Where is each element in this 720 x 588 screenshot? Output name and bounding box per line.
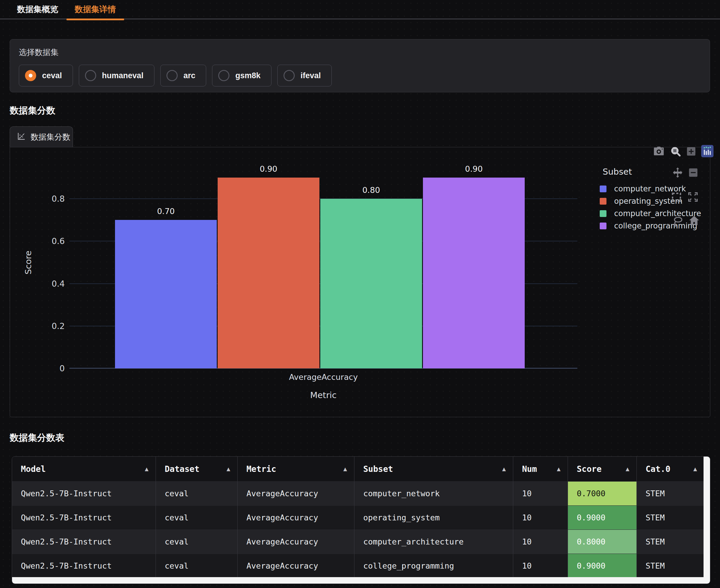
table-cell[interactable]: computer_network — [354, 481, 513, 505]
scatter-plot-icon — [17, 132, 26, 142]
x-axis-tick-label: AverageAccuracy — [69, 373, 577, 382]
sort-ascending-icon[interactable]: ▲ — [557, 465, 561, 472]
table-cell[interactable]: Qwen2.5-7B-Instruct — [12, 553, 156, 578]
table-cell[interactable]: ceval — [156, 505, 238, 529]
chart-area: 00.20.40.60.80.700.900.800.90 Score Aver… — [10, 147, 710, 417]
radio-option-humaneval[interactable]: humaneval — [79, 65, 155, 86]
radio-label: ifeval — [301, 71, 321, 80]
legend-item-college_programming[interactable]: college_programming — [600, 219, 701, 232]
bar-college_programming[interactable] — [423, 177, 525, 369]
table-cell[interactable]: AverageAccuracy — [238, 529, 354, 553]
x-axis-title: Metric — [69, 390, 577, 400]
table-cell[interactable]: ceval — [156, 553, 238, 578]
table-cell[interactable]: Qwen2.5-7B-Instruct — [12, 481, 156, 505]
box-select-icon[interactable] — [671, 191, 682, 204]
table-cell[interactable]: STEM — [637, 529, 704, 553]
plotly-logo-icon[interactable] — [701, 145, 714, 159]
autoscale-icon[interactable] — [687, 191, 699, 204]
camera-icon[interactable] — [653, 146, 665, 159]
score-cell[interactable]: 0.9000 — [568, 505, 637, 529]
table-cell[interactable]: AverageAccuracy — [238, 481, 354, 505]
pan-icon[interactable] — [672, 167, 683, 180]
table-cell[interactable]: college_programming — [354, 553, 513, 578]
score-cell[interactable]: 0.8000 — [568, 529, 637, 553]
zoom-icon[interactable] — [670, 146, 681, 159]
table-cell[interactable]: 10 — [513, 529, 568, 553]
radio-option-arc[interactable]: arc — [160, 65, 206, 86]
sort-ascending-icon[interactable]: ▲ — [343, 465, 347, 472]
table-cell[interactable]: computer_architecture — [354, 529, 513, 553]
table-cell[interactable]: ceval — [156, 481, 238, 505]
column-header-label: Metric — [246, 464, 276, 474]
table-cell[interactable]: 10 — [513, 553, 568, 578]
radio-circle-unselected[interactable] — [218, 70, 229, 81]
bar-value-label: 0.90 — [260, 164, 277, 173]
chart-section-heading: 数据集分数 — [10, 104, 55, 117]
dataset-selector-label: 选择数据集 — [19, 47, 59, 58]
radio-label: ceval — [42, 71, 62, 80]
table-cell[interactable]: Qwen2.5-7B-Instruct — [12, 529, 156, 553]
bar-computer_network[interactable] — [115, 220, 217, 369]
column-header-label: Cat.0 — [645, 464, 670, 474]
legend-item-computer_architecture[interactable]: computer_architecture — [600, 207, 701, 219]
legend-item-computer_network[interactable]: computer_network — [600, 183, 701, 195]
tab-dataset-overview[interactable]: 数据集概览 — [9, 0, 66, 19]
bar-value-label: 0.90 — [465, 164, 482, 173]
column-header-cat-0[interactable]: Cat.0▲ — [637, 457, 704, 481]
table-cell[interactable]: STEM — [637, 553, 704, 578]
dataset-selector-panel: 选择数据集 cevalhumanevalarcgsm8kifeval — [10, 39, 710, 92]
sort-ascending-icon[interactable]: ▲ — [502, 465, 506, 472]
radio-circle-selected[interactable] — [25, 70, 36, 81]
y-tick-label: 0 — [59, 364, 65, 373]
table-cell[interactable]: 10 — [513, 481, 568, 505]
legend-title: Subset — [603, 167, 701, 177]
table-cell[interactable]: AverageAccuracy — [238, 553, 354, 578]
chart-panel-tab[interactable]: 数据集分数 — [10, 126, 73, 147]
dataset-radio-group: cevalhumanevalarcgsm8kifeval — [19, 65, 332, 86]
sort-ascending-icon[interactable]: ▲ — [145, 465, 148, 472]
column-header-label: Num — [522, 464, 537, 474]
score-cell[interactable]: 0.7000 — [568, 481, 637, 505]
table-cell[interactable]: STEM — [637, 505, 704, 529]
table-cell[interactable]: operating_system — [354, 505, 513, 529]
table-vertical-scrollbar[interactable] — [703, 457, 710, 578]
column-header-dataset[interactable]: Dataset▲ — [156, 457, 238, 481]
y-tick-label: 0.4 — [52, 279, 65, 289]
column-header-score[interactable]: Score▲ — [568, 457, 637, 481]
sort-ascending-icon[interactable]: ▲ — [625, 465, 630, 472]
zoom-in-icon[interactable] — [686, 146, 697, 158]
bar-operating_system[interactable] — [218, 177, 320, 369]
table-cell[interactable]: ceval — [156, 529, 238, 553]
column-header-num[interactable]: Num▲ — [513, 457, 568, 481]
sort-ascending-icon[interactable]: ▲ — [693, 465, 697, 472]
table-cell[interactable]: AverageAccuracy — [238, 505, 354, 529]
legend-item-operating_system[interactable]: operating_system — [600, 195, 701, 207]
table-cell[interactable]: 10 — [513, 505, 568, 529]
radio-option-ceval[interactable]: ceval — [19, 65, 73, 86]
scores-table: Model▲Dataset▲Metric▲Subset▲Num▲Score▲Ca… — [12, 456, 710, 584]
column-header-subset[interactable]: Subset▲ — [354, 457, 513, 481]
radio-option-ifeval[interactable]: ifeval — [277, 65, 332, 86]
bar-computer_architecture[interactable] — [320, 199, 422, 369]
reset-axes-icon[interactable] — [688, 214, 700, 228]
radio-circle-unselected[interactable] — [284, 70, 295, 81]
zoom-out-icon[interactable] — [688, 167, 699, 179]
y-tick-label: 0.8 — [52, 194, 65, 204]
legend-swatch — [600, 186, 606, 192]
sort-ascending-icon[interactable]: ▲ — [226, 465, 230, 472]
radio-option-gsm8k[interactable]: gsm8k — [212, 65, 271, 86]
table-cell[interactable]: STEM — [637, 481, 704, 505]
column-header-model[interactable]: Model▲ — [12, 457, 156, 481]
radio-circle-unselected[interactable] — [166, 70, 178, 81]
table-cell[interactable]: Qwen2.5-7B-Instruct — [12, 505, 156, 529]
table-horizontal-scrollbar[interactable] — [12, 577, 710, 584]
tab-dataset-details[interactable]: 数据集详情 — [66, 0, 124, 19]
column-header-metric[interactable]: Metric▲ — [238, 457, 354, 481]
y-tick-label: 0.6 — [52, 236, 65, 246]
table-section-heading: 数据集分数表 — [10, 432, 64, 444]
score-cell[interactable]: 0.9000 — [568, 553, 637, 578]
radio-circle-unselected[interactable] — [85, 70, 96, 81]
column-header-label: Dataset — [165, 464, 200, 474]
lasso-select-icon[interactable] — [672, 215, 683, 228]
chart-panel-tab-label: 数据集分数 — [30, 132, 70, 142]
